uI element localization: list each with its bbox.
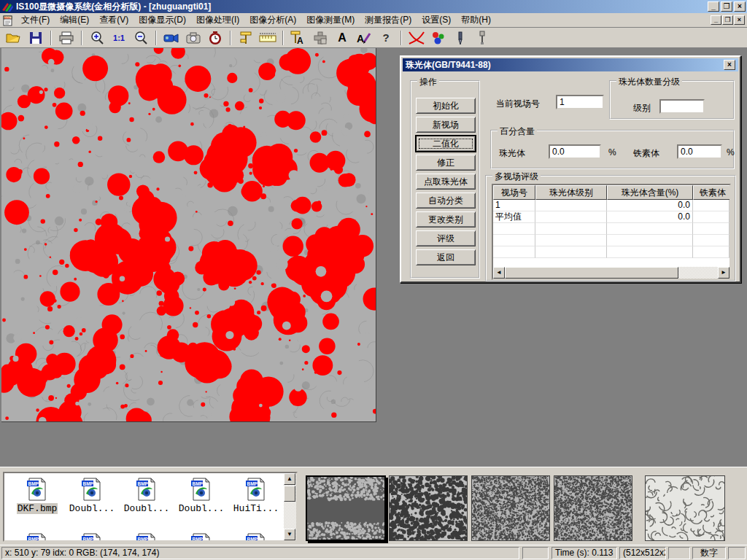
thumbnail-1[interactable] (306, 475, 386, 541)
file-item[interactable]: BMPDoubl... (174, 478, 228, 514)
table-row[interactable] (493, 223, 729, 235)
scrollbar-track[interactable] (678, 267, 718, 279)
file-item[interactable]: BMP (120, 533, 174, 542)
close-button[interactable]: × (734, 1, 746, 12)
menu-image-display[interactable]: 图像显示(D) (133, 12, 191, 28)
menu-report[interactable]: 测量报告(P) (360, 12, 417, 28)
new-field-button[interactable]: 新视场 (416, 117, 476, 133)
table-row[interactable] (493, 235, 729, 246)
binarize-button[interactable]: 二值化 (416, 136, 476, 152)
svg-text:BMP: BMP (193, 537, 204, 542)
ruler-button[interactable] (258, 29, 277, 47)
metallograph-canvas[interactable] (1, 48, 376, 422)
table-row[interactable]: 1 0.0 (493, 200, 729, 211)
menu-edit[interactable]: 编辑(E) (55, 12, 94, 28)
caliper-measure-button[interactable] (236, 29, 255, 47)
thumbnail-5[interactable] (645, 475, 725, 541)
video-camera-icon (163, 32, 179, 44)
dialog-title-bar[interactable]: 珠光体(GB/T9441-88) × (403, 58, 738, 71)
file-item[interactable]: BMPDKF.bmp (10, 478, 64, 514)
timer-button[interactable] (206, 29, 225, 47)
file-item[interactable]: BMPDoubl... (65, 478, 119, 514)
menu-image-processing[interactable]: 图像处理(I) (191, 12, 244, 28)
print-button[interactable] (57, 29, 76, 47)
save-button[interactable] (26, 29, 45, 47)
auto-classify-button[interactable]: 自动分类 (416, 192, 476, 209)
rating-table-header: 视场号 珠光体级别 珠光体含量(%) 铁素体 (493, 185, 729, 200)
actual-size-button[interactable]: 1:1 (109, 29, 128, 47)
ferrite-percent-input[interactable] (677, 144, 722, 159)
file-item[interactable]: BMPDoubl... (120, 478, 174, 514)
menu-settings[interactable]: 设置(S) (417, 12, 456, 28)
change-class-button[interactable]: 更改类别 (416, 211, 476, 228)
table-horizontal-scrollbar[interactable]: ◄ ► (493, 267, 729, 279)
brush-tool-button[interactable] (473, 29, 492, 47)
return-button[interactable]: 返回 (416, 249, 476, 265)
cell (693, 200, 729, 211)
init-button[interactable]: 初始化 (416, 98, 476, 114)
particle-analysis-button[interactable] (429, 29, 448, 47)
file-vertical-scrollbar[interactable]: ▲ ▼ (284, 473, 296, 540)
correct-button[interactable]: 修正 (416, 155, 476, 171)
ferrite-percent-label: 铁素体 (633, 147, 659, 160)
curve-tool-button[interactable] (407, 29, 426, 47)
scrollbar-thumb[interactable] (284, 486, 295, 502)
thumbnail-3[interactable] (471, 475, 550, 541)
dialog-close-button[interactable]: × (724, 60, 735, 70)
rating-table[interactable]: 视场号 珠光体级别 珠光体含量(%) 铁素体 1 0.0 平均值 0.0 ◄ (492, 184, 731, 280)
maximize-button[interactable]: ❐ (721, 1, 732, 12)
mode-indicator: 数字 (692, 547, 726, 559)
file-item[interactable]: BMP (229, 533, 283, 542)
open-file-button[interactable] (4, 29, 23, 47)
file-item[interactable]: BMP (65, 533, 119, 542)
image-size-readout: (512x512x24) (619, 547, 666, 559)
document-icon[interactable]: DOC (1, 15, 15, 26)
child-close-button[interactable]: × (734, 15, 745, 25)
bmp-file-icon: BMP (190, 533, 213, 542)
thumbnail-4[interactable] (554, 475, 632, 541)
help-button[interactable]: ? (376, 29, 395, 47)
scroll-down-arrow-icon[interactable]: ▼ (284, 529, 295, 540)
grading-group-label: 珠光体数量分级 (616, 76, 682, 88)
menu-file[interactable]: 文件(F) (16, 12, 55, 28)
pen-tool-button[interactable] (451, 29, 470, 47)
child-restore-button[interactable]: ❐ (722, 15, 733, 25)
file-item[interactable]: BMPHuiTi... (229, 478, 283, 514)
grade-level-input[interactable] (659, 99, 705, 114)
cell: 0.0 (607, 211, 693, 223)
pick-pearlite-button[interactable]: 点取珠光体 (416, 174, 476, 190)
menu-help[interactable]: 帮助(H) (456, 12, 496, 28)
text-annotation-button[interactable]: A (333, 29, 352, 47)
file-browser[interactable]: BMPDKF.bmpBMPDoubl...BMPDoubl...BMPDoubl… (3, 472, 298, 542)
grade-button[interactable]: 评级 (416, 230, 476, 246)
col-pearlite-content: 珠光体含量(%) (607, 185, 693, 200)
zoom-out-button[interactable] (131, 29, 150, 47)
menu-image-measure[interactable]: 图像测量(M) (301, 12, 360, 28)
percent-group-label: 百分含量 (498, 125, 537, 138)
snapshot-button[interactable] (184, 29, 203, 47)
minimize-button[interactable]: _ (708, 1, 719, 12)
current-field-input[interactable] (556, 95, 604, 109)
menu-view[interactable]: 查看(V) (94, 12, 133, 28)
table-row[interactable]: 平均值 0.0 (493, 211, 729, 223)
scroll-right-arrow-icon[interactable]: ► (718, 267, 729, 279)
scrollbar-thumb[interactable] (505, 267, 678, 279)
child-minimize-button[interactable]: _ (711, 15, 721, 25)
edit-annotation-button[interactable]: A (355, 29, 374, 47)
colored-particles-icon (431, 31, 446, 45)
file-item[interactable]: BMP (174, 533, 228, 542)
file-item[interactable]: BMP (10, 533, 64, 542)
thumbnail-2[interactable] (389, 475, 468, 541)
scroll-left-arrow-icon[interactable]: ◄ (493, 267, 505, 279)
zoom-in-button[interactable] (88, 29, 107, 47)
title-bar: IS100显微摄像系统(金相分析版) - [zhuguangti01] _ ❐ … (0, 0, 747, 13)
camera-icon (186, 32, 201, 44)
measure-text-button[interactable]: A (289, 29, 308, 47)
table-row[interactable] (493, 246, 729, 258)
video-capture-button[interactable] (162, 29, 181, 47)
pearlite-percent-input[interactable] (549, 144, 601, 159)
scroll-up-arrow-icon[interactable]: ▲ (284, 473, 295, 485)
image-merge-button[interactable] (311, 29, 330, 47)
bmp-file-icon: BMP (190, 478, 213, 501)
menu-image-analysis[interactable]: 图像分析(A) (244, 12, 301, 28)
